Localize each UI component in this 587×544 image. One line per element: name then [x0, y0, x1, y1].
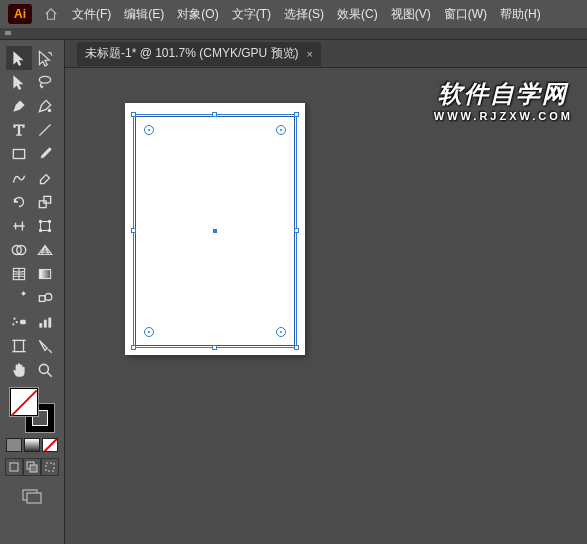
svg-rect-22: [44, 320, 47, 328]
artboard-tool[interactable]: [6, 334, 32, 358]
draw-behind[interactable]: [23, 458, 41, 476]
watermark-main: 软件自学网: [434, 78, 573, 110]
fill-color[interactable]: [10, 388, 38, 416]
rectangle-tool[interactable]: [6, 142, 32, 166]
curvature-tool[interactable]: [32, 94, 58, 118]
screen-mode-icon[interactable]: [17, 486, 47, 506]
menu-select[interactable]: 选择(S): [284, 6, 324, 23]
svg-rect-14: [39, 270, 50, 279]
color-mode-row: [6, 438, 58, 452]
canvas-area: 未标题-1* @ 101.7% (CMYK/GPU 预览) ×: [65, 40, 587, 544]
tab-label: 未标题-1* @ 101.7% (CMYK/GPU 预览): [85, 45, 299, 62]
mesh-tool[interactable]: [6, 262, 32, 286]
svg-rect-5: [44, 196, 51, 203]
svg-rect-4: [39, 201, 46, 208]
svg-rect-24: [15, 340, 24, 351]
draw-mode-row: [5, 458, 59, 476]
handle-ml[interactable]: [131, 228, 136, 233]
svg-rect-29: [30, 465, 37, 472]
handle-bl[interactable]: [131, 345, 136, 350]
tool-grid: [0, 46, 64, 382]
document-viewport[interactable]: 软件自学网 WWW.RJZXW.COM: [65, 68, 587, 544]
magic-wand-tool[interactable]: [6, 70, 32, 94]
menu-object[interactable]: 对象(O): [177, 6, 218, 23]
perspective-grid-tool[interactable]: [32, 238, 58, 262]
control-bar-collapsed[interactable]: [0, 28, 587, 40]
handle-tr[interactable]: [294, 112, 299, 117]
pen-tool[interactable]: [6, 94, 32, 118]
svg-point-18: [13, 318, 15, 320]
scale-tool[interactable]: [32, 190, 58, 214]
svg-rect-3: [13, 150, 24, 159]
svg-point-9: [39, 229, 41, 231]
svg-rect-15: [39, 296, 45, 302]
symbol-sprayer-tool[interactable]: [6, 310, 32, 334]
app-logo: Ai: [8, 4, 32, 24]
svg-line-26: [47, 372, 52, 377]
svg-rect-27: [10, 463, 18, 471]
watermark-sub: WWW.RJZXW.COM: [434, 110, 573, 122]
document-tab[interactable]: 未标题-1* @ 101.7% (CMYK/GPU 预览) ×: [77, 42, 321, 66]
gradient-tool[interactable]: [32, 262, 58, 286]
eyedropper-tool[interactable]: [6, 286, 32, 310]
bounding-box: [133, 114, 297, 348]
svg-rect-23: [48, 318, 51, 328]
rotate-tool[interactable]: [6, 190, 32, 214]
handle-tm[interactable]: [212, 112, 217, 117]
handle-tl[interactable]: [131, 112, 136, 117]
blend-tool[interactable]: [32, 286, 58, 310]
handle-br[interactable]: [294, 345, 299, 350]
paintbrush-tool[interactable]: [32, 142, 58, 166]
svg-point-1: [48, 109, 50, 111]
shape-builder-tool[interactable]: [6, 238, 32, 262]
svg-point-20: [12, 323, 14, 325]
slice-tool[interactable]: [32, 334, 58, 358]
svg-line-2: [39, 124, 50, 135]
center-point[interactable]: [213, 229, 217, 233]
tab-close-icon[interactable]: ×: [307, 48, 313, 60]
menu-help[interactable]: 帮助(H): [500, 6, 541, 23]
shaper-tool[interactable]: [6, 166, 32, 190]
toolbar: [0, 40, 65, 544]
svg-rect-30: [46, 463, 54, 471]
menu-type[interactable]: 文字(T): [232, 6, 271, 23]
home-icon[interactable]: [44, 7, 58, 21]
menu-effect[interactable]: 效果(C): [337, 6, 378, 23]
svg-point-0: [39, 76, 50, 83]
color-mode-gradient[interactable]: [24, 438, 40, 452]
svg-point-25: [39, 364, 48, 373]
menu-view[interactable]: 视图(V): [391, 6, 431, 23]
svg-point-10: [48, 229, 50, 231]
line-segment-tool[interactable]: [32, 118, 58, 142]
draw-normal[interactable]: [5, 458, 23, 476]
color-section: [0, 388, 64, 506]
menu-file[interactable]: 文件(F): [72, 6, 111, 23]
svg-point-16: [45, 294, 52, 301]
hand-tool[interactable]: [6, 358, 32, 382]
svg-point-8: [48, 220, 50, 222]
handle-mr[interactable]: [294, 228, 299, 233]
menu-bar: Ai 文件(F) 编辑(E) 对象(O) 文字(T) 选择(S) 效果(C) 视…: [0, 0, 587, 28]
draw-inside[interactable]: [41, 458, 59, 476]
handle-bm[interactable]: [212, 345, 217, 350]
eraser-tool[interactable]: [32, 166, 58, 190]
svg-rect-6: [41, 222, 50, 231]
free-transform-tool[interactable]: [32, 214, 58, 238]
svg-rect-17: [20, 320, 26, 325]
column-graph-tool[interactable]: [32, 310, 58, 334]
color-mode-solid[interactable]: [6, 438, 22, 452]
menu-edit[interactable]: 编辑(E): [124, 6, 164, 23]
workspace: 未标题-1* @ 101.7% (CMYK/GPU 预览) ×: [0, 40, 587, 544]
fill-stroke-indicator[interactable]: [10, 388, 54, 432]
menu-window[interactable]: 窗口(W): [444, 6, 487, 23]
lasso-tool[interactable]: [32, 70, 58, 94]
svg-point-19: [16, 321, 18, 323]
direct-selection-tool[interactable]: [32, 46, 58, 70]
width-tool[interactable]: [6, 214, 32, 238]
zoom-tool[interactable]: [32, 358, 58, 382]
selection-tool[interactable]: [6, 46, 32, 70]
color-mode-none[interactable]: [42, 438, 58, 452]
svg-rect-21: [39, 323, 42, 328]
type-tool[interactable]: [6, 118, 32, 142]
watermark: 软件自学网 WWW.RJZXW.COM: [434, 78, 573, 122]
